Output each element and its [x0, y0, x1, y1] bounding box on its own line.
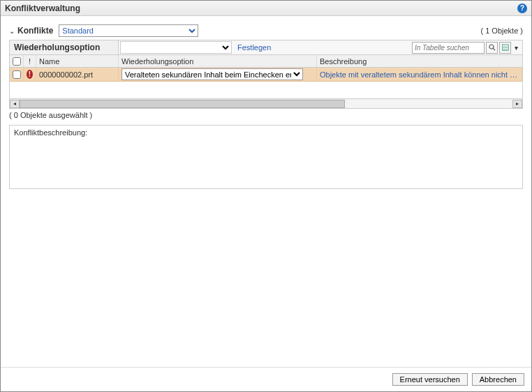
row-description-cell: Objekte mit veraltetem sekundärem Inhalt… [317, 68, 522, 81]
scroll-right-icon[interactable]: ▸ [512, 100, 522, 108]
filter-label: Wiederholungsoption [10, 40, 119, 54]
section-title: Konflikte [17, 26, 53, 36]
filter-row: Wiederholungsoption Festlegen [9, 40, 523, 55]
header-option[interactable]: Wiederholungsoption [119, 55, 317, 67]
row-status-cell: ! [24, 68, 36, 81]
row-description[interactable]: Objekte mit veraltetem sekundärem Inhalt… [320, 70, 519, 79]
titlebar: Konfliktverwaltung ? [1, 1, 531, 16]
search-box: ▾ [412, 42, 522, 54]
header-description[interactable]: Beschreibung [317, 55, 522, 67]
description-panel: Konfliktbeschreibung: [9, 125, 523, 189]
table-row[interactable]: ! 0000000002.prt Veralteten sekundären I… [10, 68, 522, 82]
footer: Erneut versuchen Abbrechen [1, 367, 531, 391]
header-status: ! [24, 55, 36, 67]
filter-select[interactable] [120, 41, 232, 54]
description-panel-label: Konfliktbeschreibung: [14, 128, 87, 137]
set-link[interactable]: Festlegen [232, 43, 271, 52]
row-name: 0000000002.prt [36, 68, 119, 81]
retry-button[interactable]: Erneut versuchen [392, 373, 468, 386]
row-option-select[interactable]: Veralteten sekundären Inhalt beim Einche… [121, 68, 303, 80]
selection-label: ( 0 Objekte ausgewählt ) [9, 109, 523, 125]
svg-line-1 [493, 49, 495, 51]
chevron-down-icon[interactable]: ⌄ [9, 27, 15, 35]
conflict-table: ! Name Wiederholungsoption Beschreibung … [9, 55, 523, 109]
scroll-left-icon[interactable]: ◂ [10, 100, 20, 108]
section-header: ⌄ Konflikte Standard ( 1 Objekte ) [9, 23, 523, 40]
window-title: Konfliktverwaltung [5, 3, 80, 13]
header-checkbox-cell [10, 55, 24, 67]
object-count: ( 1 Objekte ) [480, 27, 523, 35]
conflict-dialog: Konfliktverwaltung ? ⌄ Konflikte Standar… [0, 0, 532, 392]
table-empty-area [10, 82, 522, 98]
select-all-checkbox[interactable] [13, 57, 21, 66]
help-icon[interactable]: ? [517, 3, 527, 13]
search-input[interactable] [412, 42, 485, 54]
search-icon[interactable] [486, 42, 498, 54]
scroll-thumb[interactable] [20, 100, 345, 108]
scroll-track[interactable] [20, 100, 512, 108]
error-icon: ! [27, 70, 33, 79]
horizontal-scrollbar[interactable]: ◂ ▸ [10, 98, 522, 108]
row-option-cell: Veralteten sekundären Inhalt beim Einche… [119, 68, 317, 81]
cancel-button[interactable]: Abbrechen [472, 373, 524, 386]
row-checkbox[interactable] [13, 70, 21, 79]
columns-icon[interactable] [499, 42, 511, 54]
header-name[interactable]: Name [36, 55, 119, 67]
dropdown-arrow-icon[interactable]: ▾ [512, 42, 519, 54]
content-area: ⌄ Konflikte Standard ( 1 Objekte ) Wiede… [1, 16, 531, 367]
view-select[interactable]: Standard [59, 24, 198, 37]
svg-point-0 [489, 45, 494, 49]
table-header-row: ! Name Wiederholungsoption Beschreibung [10, 55, 522, 68]
row-checkbox-cell [10, 68, 24, 81]
